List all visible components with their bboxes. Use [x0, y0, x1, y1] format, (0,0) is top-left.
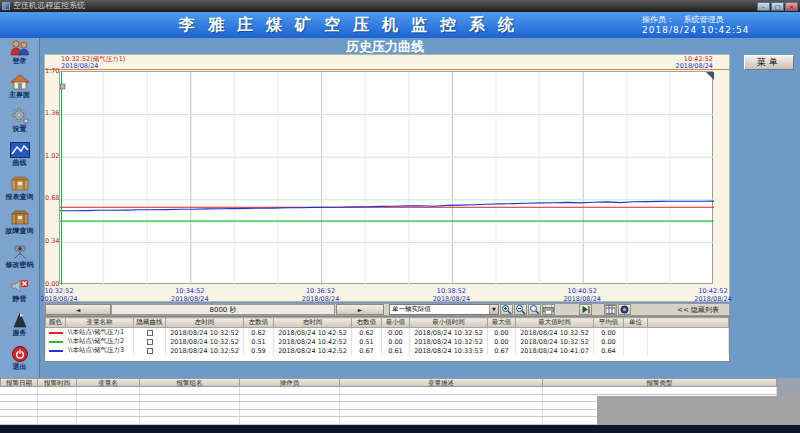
series-name: \\本站点\储气压力3 — [66, 346, 134, 355]
hide-curve-checkbox[interactable] — [147, 348, 153, 354]
max-time: 2018/08/24 10:41:07 — [516, 346, 594, 355]
alarm-cell — [240, 410, 340, 417]
cursor-handle[interactable] — [60, 84, 65, 89]
minimize-button[interactable]: – — [757, 2, 770, 11]
hide-curve-cell — [134, 337, 166, 346]
series-color-swatch — [46, 346, 66, 355]
sidebar-item-label: 静音 — [0, 295, 39, 303]
sidebar-item-exit[interactable]: 退出 — [0, 344, 39, 378]
legend-header-cell: 右数值 — [352, 318, 382, 328]
x-tick-date: 2018/08/24 — [694, 296, 731, 304]
sidebar-item-main-screen[interactable]: 主界面 — [0, 72, 39, 106]
zoom-reset-icon[interactable] — [528, 304, 541, 315]
max-time: 2018/08/24 10:32:52 — [516, 337, 594, 346]
y-tick-label: 0.34 — [45, 238, 58, 245]
zoom-in-icon[interactable] — [500, 304, 513, 315]
sidebar-item-report-query[interactable]: 报表查询 — [0, 174, 39, 208]
operator-value: 系统管理员 — [684, 15, 724, 24]
y-tick-label: 1.36 — [45, 110, 58, 117]
alarm-cell — [340, 387, 543, 394]
legend-header-cell: 单位 — [624, 318, 648, 328]
min-time: 2018/08/24 10:32:52 — [410, 337, 488, 346]
alarm-cell — [38, 395, 77, 402]
alarm-cell — [140, 395, 240, 402]
table-icon[interactable] — [604, 304, 617, 315]
alarm-cell — [140, 387, 240, 394]
operator-block: 操作员： 系统管理员 2018/8/24 10:42:54 — [642, 15, 800, 35]
x-tick-date: 2018/08/24 — [40, 296, 77, 304]
y-tick-label: 0.68 — [45, 195, 58, 202]
sidebar-item-mute[interactable]: 静音 — [0, 276, 39, 310]
cursor-label-strip: 10:32:52(储气压力1) 2018/08/24 10:42:52 2018… — [45, 55, 729, 70]
avg-value: 0.00 — [594, 337, 624, 346]
alarm-header-cell: 操作员 — [240, 379, 340, 387]
legend-header-cell: 颜色 — [46, 318, 66, 328]
exit-icon — [0, 344, 39, 363]
axis-mode-select[interactable]: 单一轴实际值 ▼ — [389, 304, 499, 315]
scroll-left-button[interactable]: ◄ — [45, 304, 111, 315]
x-tick-label: 10:34:522018/08/24 — [171, 288, 208, 303]
sidebar-item-label: 故障查询 — [0, 227, 39, 235]
series-name: \\本站点\储气压力1 — [66, 328, 134, 338]
hide-curve-cell — [134, 346, 166, 355]
gear-icon — [0, 106, 39, 125]
print-icon[interactable] — [542, 304, 555, 315]
scroll-right-button[interactable]: ► — [336, 304, 384, 315]
legend-header-filler — [648, 318, 729, 328]
sidebar-item-change-password[interactable]: 修改密码 — [0, 242, 39, 276]
password-icon — [0, 242, 39, 261]
alarm-cell — [38, 410, 77, 417]
maximize-button[interactable]: □ — [771, 2, 784, 11]
right-value: 0.51 — [352, 337, 382, 346]
sidebar-item-fault-query[interactable]: 故障查询 — [0, 208, 39, 242]
zoom-out-icon[interactable] — [514, 304, 527, 315]
menu-button[interactable]: 菜单 — [744, 55, 794, 70]
max-value: 0.00 — [488, 337, 516, 346]
curve-icon — [0, 140, 39, 159]
right-value: 0.62 — [352, 328, 382, 338]
alarm-cell — [38, 402, 77, 409]
left-time: 2018/08/24 10:32:52 — [166, 337, 244, 346]
alarm-header-cell: 报警日期 — [0, 379, 38, 387]
left-cursor-date: 2018/08/24 — [61, 63, 125, 70]
alarm-cell — [0, 387, 38, 394]
chevron-down-icon[interactable]: ▼ — [489, 305, 498, 314]
settings-icon[interactable] — [618, 304, 631, 315]
plot-area[interactable] — [59, 71, 713, 284]
time-span-track[interactable]: 8000 秒 — [111, 304, 335, 315]
right-time: 2018/08/24 10:42:52 — [274, 346, 352, 355]
sidebar-item-label: 退出 — [0, 363, 39, 371]
play-icon[interactable] — [579, 304, 592, 315]
unit — [624, 328, 648, 338]
fault-icon — [0, 208, 39, 227]
sidebar: 登录主界面设置曲线报表查询故障查询修改密码静音服务退出 — [0, 38, 40, 378]
legend-header-cell: 变量名称 — [66, 318, 134, 328]
alarm-gray-area — [597, 396, 800, 425]
sidebar-item-label: 主界面 — [0, 91, 39, 99]
sidebar-item-service[interactable]: 服务 — [0, 310, 39, 344]
sidebar-item-curves[interactable]: 曲线 — [0, 140, 39, 174]
sidebar-item-settings[interactable]: 设置 — [0, 106, 39, 140]
legend-row: \\本站点\储气压力22018/08/24 10:32:520.512018/0… — [46, 337, 729, 346]
axis-mode-value: 单一轴实际值 — [390, 305, 489, 314]
bottom-strip — [0, 425, 800, 433]
alarm-cell — [240, 387, 340, 394]
hide-curve-checkbox[interactable] — [147, 339, 153, 345]
series-color-swatch — [46, 328, 66, 338]
series-name: \\本站点\储气压力2 — [66, 337, 134, 346]
sidebar-item-label: 报表查询 — [0, 193, 39, 201]
sidebar-item-label: 登录 — [0, 57, 39, 65]
right-cursor-marker[interactable] — [706, 72, 714, 80]
left-cursor-labels: 10:32:52(储气压力1) 2018/08/24 — [61, 56, 125, 70]
close-button[interactable]: × — [785, 2, 798, 11]
x-tick-date: 2018/08/24 — [563, 296, 600, 304]
sidebar-item-login[interactable]: 登录 — [0, 38, 39, 72]
alarm-cell — [38, 417, 77, 424]
legend-header-cell: 左时间 — [166, 318, 244, 328]
app-icon — [2, 2, 10, 10]
right-value: 0.67 — [352, 346, 382, 355]
alarm-cell — [0, 395, 38, 402]
hide-curve-checkbox[interactable] — [147, 330, 153, 336]
right-time: 2018/08/24 10:42:52 — [274, 337, 352, 346]
hide-list-button[interactable]: << 隐藏列表 — [677, 305, 729, 315]
